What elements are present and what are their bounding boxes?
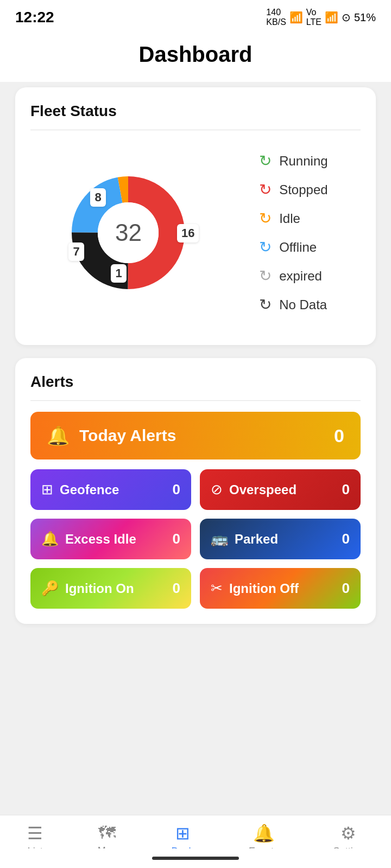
label-idle: 1 (111, 264, 126, 283)
fleet-status-card: Fleet Status (15, 87, 376, 345)
excessidle-count: 0 (173, 531, 180, 547)
alerts-divider (30, 400, 361, 401)
battery-percent: 51% (354, 11, 376, 24)
idle-icon: ↻ (259, 209, 272, 227)
legend-offline: ↻ Offline (259, 238, 327, 256)
ignitionoff-icon: ✂ (211, 580, 223, 597)
alerts-title: Alerts (30, 373, 361, 391)
expired-icon: ↻ (259, 267, 272, 285)
parked-button[interactable]: 🚌 Parked 0 (200, 519, 361, 559)
events-icon: 🔔 (253, 823, 275, 844)
label-running: 16 (177, 224, 199, 242)
ignitionoff-count: 0 (342, 580, 350, 597)
status-icons: 140KB/S 📶 VoLTE 📶 ⊙ 51% (266, 8, 376, 27)
overspeed-button[interactable]: ⊘ Overspeed 0 (200, 469, 361, 510)
overspeed-icon: ⊘ (211, 481, 223, 498)
app-header: Dashboard (0, 31, 391, 82)
geofence-icon: ⊞ (41, 481, 53, 498)
dash-icon: ⊞ (175, 823, 190, 844)
battery-icon: ⊙ (342, 11, 351, 24)
alerts-card: Alerts 🔔 Today Alerts 0 ⊞ Geofence 0 ⊘ (15, 358, 376, 624)
idle-label: Idle (279, 211, 300, 226)
legend-idle: ↻ Idle (259, 209, 327, 227)
today-alerts-count: 0 (334, 425, 344, 446)
expired-label: expired (279, 269, 322, 284)
excessidle-icon: 🔔 (41, 531, 59, 547)
status-time: 12:22 (15, 9, 54, 26)
donut-total: 32 (115, 219, 142, 246)
today-alerts-left: 🔔 Today Alerts (47, 425, 176, 446)
donut-chart: 32 8 16 7 1 (63, 168, 193, 298)
excessidle-label: Excess Idle (65, 532, 136, 547)
parked-icon: 🚌 (211, 531, 228, 547)
fleet-content: 32 8 16 7 1 ↻ Running ↻ Stopped ↻ (30, 141, 361, 330)
geofence-button[interactable]: ⊞ Geofence 0 (30, 469, 191, 510)
ignitionon-icon: 🔑 (41, 580, 59, 597)
page-title: Dashboard (0, 42, 391, 67)
legend-running: ↻ Running (259, 152, 327, 170)
running-label: Running (279, 154, 327, 169)
overspeed-label: Overspeed (229, 482, 297, 497)
ignitionon-button[interactable]: 🔑 Ignition On 0 (30, 568, 191, 609)
label-offline: 7 (68, 242, 84, 261)
ignitionon-label: Ignition On (65, 581, 134, 596)
network-speed: 140KB/S (266, 8, 286, 27)
main-content: Fleet Status (0, 82, 391, 702)
geofence-label: Geofence (60, 482, 119, 497)
setting-icon: ⚙ (340, 823, 356, 844)
status-bar: 12:22 140KB/S 📶 VoLTE 📶 ⊙ 51% (0, 0, 391, 31)
home-indicator (0, 848, 391, 868)
offline-label: Offline (279, 240, 317, 255)
fleet-status-title: Fleet Status (30, 103, 361, 120)
nodata-label: No Data (279, 297, 327, 312)
excessidle-button[interactable]: 🔔 Excess Idle 0 (30, 519, 191, 559)
stopped-label: Stopped (279, 182, 327, 197)
alerts-grid: ⊞ Geofence 0 ⊘ Overspeed 0 🔔 Excess Idle… (30, 469, 361, 609)
offline-icon: ↻ (259, 238, 272, 256)
map-icon: 🗺 (98, 823, 116, 843)
stopped-icon: ↻ (259, 181, 272, 199)
lte-icon: VoLTE (306, 8, 321, 27)
today-alerts-icon: 🔔 (47, 425, 70, 446)
signal-icon: 📶 (325, 11, 338, 24)
legend-stopped: ↻ Stopped (259, 181, 327, 199)
today-alerts-text: Today Alerts (79, 426, 176, 445)
fleet-divider (30, 130, 361, 130)
home-bar (152, 857, 239, 860)
fleet-legend: ↻ Running ↻ Stopped ↻ Idle ↻ Offline ↻ (259, 152, 327, 314)
running-icon: ↻ (259, 152, 272, 170)
parked-label: Parked (235, 532, 278, 547)
legend-nodata: ↻ No Data (259, 296, 327, 314)
ignitionoff-button[interactable]: ✂ Ignition Off 0 (200, 568, 361, 609)
parked-count: 0 (342, 531, 350, 547)
overspeed-count: 0 (342, 481, 350, 498)
label-stopped: 8 (90, 188, 105, 207)
geofence-count: 0 (173, 481, 180, 498)
list-icon: ☰ (27, 823, 43, 844)
ignitionoff-label: Ignition Off (229, 581, 299, 596)
ignitionon-count: 0 (173, 580, 180, 597)
wifi-icon: 📶 (289, 11, 303, 24)
legend-expired: ↻ expired (259, 267, 327, 285)
today-alerts-button[interactable]: 🔔 Today Alerts 0 (30, 412, 361, 459)
nodata-icon: ↻ (259, 296, 272, 314)
